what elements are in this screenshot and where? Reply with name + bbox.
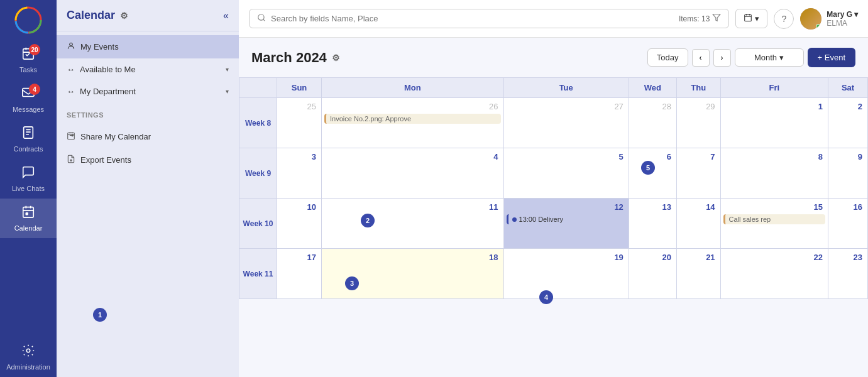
cal-cell-1-2[interactable]: 5 [503, 148, 629, 199]
tasks-icon-area: 20 [21, 46, 35, 63]
cal-cell-2-0[interactable]: 10 [277, 199, 322, 249]
cal-cell-3-3[interactable]: 20 [629, 249, 676, 299]
panel-collapse-button[interactable]: « [223, 10, 229, 21]
calendar-settings-icon[interactable]: ⚙ [332, 53, 340, 63]
available-to-me-label: Available to Me [80, 65, 136, 74]
day-number: 22 [723, 251, 825, 263]
day-number: 19 [507, 251, 626, 263]
share-calendar-icon [67, 131, 75, 142]
user-name: Mary G ▾ [827, 10, 858, 19]
view-select[interactable]: Month ▾ [735, 48, 804, 67]
sidebar-item-messages[interactable]: 4 Messages [0, 80, 57, 119]
sidebar-item-contracts[interactable]: Contracts [0, 119, 57, 159]
day-number: 12 [507, 201, 626, 213]
my-department-icon: ↔ [67, 87, 75, 96]
panel-menu-my-department[interactable]: ↔ My Department ▾ [57, 80, 239, 102]
cal-cell-0-0[interactable]: 25 [277, 98, 322, 148]
cal-cell-3-1[interactable]: 18 [322, 249, 504, 299]
filter-icon[interactable] [712, 13, 721, 24]
messages-badge: 4 [29, 84, 40, 95]
cal-cell-3-5[interactable]: 22 [720, 249, 828, 299]
calendar-grid: Sun Mon Tue Wed Thu Fri Sat Week 82526In… [239, 77, 868, 377]
sidebar-item-administration[interactable]: Administration [0, 337, 57, 377]
cal-cell-3-0[interactable]: 17 [277, 249, 322, 299]
cal-cell-2-1[interactable]: 11 [322, 199, 504, 249]
cal-cell-3-2[interactable]: 19 [503, 249, 629, 299]
add-event-button[interactable]: + Event [808, 48, 855, 67]
cal-cell-0-4[interactable]: 29 [676, 98, 720, 148]
panel-menu-section: My Events ↔ Available to Me ▾ ↔ My Depar… [57, 31, 239, 106]
cal-cell-2-5[interactable]: 15Call sales rep [720, 199, 828, 249]
day-number: 8 [723, 151, 825, 163]
cal-cell-0-6[interactable]: 2 [828, 98, 868, 148]
calendar-table: Sun Mon Tue Wed Thu Fri Sat Week 82526In… [239, 77, 868, 299]
search-box[interactable]: Items: 13 [249, 9, 729, 28]
cal-cell-0-1[interactable]: 26Invoice No.2.png: Approve [322, 98, 504, 148]
cal-cell-2-4[interactable]: 14 [676, 199, 720, 249]
day-number: 20 [632, 251, 674, 263]
cal-cell-1-1[interactable]: 4 [322, 148, 504, 199]
cal-cell-2-6[interactable]: 16 [828, 199, 868, 249]
user-info[interactable]: Mary G ▾ ELMA [800, 8, 858, 30]
cal-cell-3-4[interactable]: 21 [676, 249, 720, 299]
day-number: 4 [324, 151, 501, 163]
panel-menu-available-to-me[interactable]: ↔ Available to Me ▾ [57, 58, 239, 80]
day-header-fri: Fri [720, 78, 828, 98]
day-number: 3 [280, 151, 319, 163]
cal-cell-1-0[interactable]: 3 [277, 148, 322, 199]
cal-cell-0-5[interactable]: 1 [720, 98, 828, 148]
cal-cell-0-3[interactable]: 28 [629, 98, 676, 148]
day-number: 25 [280, 101, 319, 112]
annotation-4: 4 [539, 290, 553, 304]
online-status-dot [816, 24, 821, 29]
calendar-view-icon [744, 13, 752, 24]
cal-cell-2-3[interactable]: 13 [629, 199, 676, 249]
cal-cell-1-5[interactable]: 8 [720, 148, 828, 199]
event-block[interactable]: 13:00 Delivery [507, 214, 626, 224]
share-calendar-item[interactable]: Share My Calendar [57, 125, 239, 148]
prev-arrow-button[interactable]: ‹ [692, 49, 710, 67]
cal-cell-0-2[interactable]: 27 [503, 98, 629, 148]
day-number: 14 [679, 201, 718, 213]
topbar: Items: 13 ▾ ? Mary G ▾ ELM [239, 0, 868, 38]
calendar-title: March 2024 ⚙ [251, 50, 340, 66]
day-number: 7 [679, 151, 718, 163]
search-input[interactable] [271, 14, 674, 23]
event-block[interactable]: Invoice No.2.png: Approve [324, 114, 501, 124]
day-number: 23 [831, 251, 865, 263]
event-block[interactable]: Call sales rep [723, 214, 825, 224]
export-events-item[interactable]: Export Events [57, 148, 239, 172]
contracts-icon [21, 126, 35, 143]
sidebar-item-calendar[interactable]: Calendar [0, 199, 57, 238]
cal-cell-1-3[interactable]: 6 [629, 148, 676, 199]
view-select-label: Month [754, 53, 777, 62]
next-arrow-button[interactable]: › [713, 49, 731, 67]
settings-section-label: SETTINGS [57, 106, 239, 121]
day-number: 2 [831, 101, 865, 112]
day-header-wed: Wed [629, 78, 676, 98]
sidebar-item-tasks[interactable]: 20 Tasks [0, 40, 57, 80]
sidebar-item-live-chats[interactable]: Live Chats [0, 159, 57, 199]
items-count-text: Items: 13 [679, 14, 710, 23]
panel-menu-my-events[interactable]: My Events [57, 35, 239, 58]
cal-cell-1-6[interactable]: 9 [828, 148, 868, 199]
today-button[interactable]: Today [647, 48, 688, 67]
annotation-5: 5 [641, 161, 655, 175]
cal-cell-1-4[interactable]: 7 [676, 148, 720, 199]
day-number: 13 [632, 201, 674, 213]
week-column-header [239, 78, 277, 98]
cal-cell-3-6[interactable]: 23 [828, 249, 868, 299]
week-label-3: Week 11 [239, 249, 277, 299]
available-to-me-icon: ↔ [67, 65, 75, 74]
panel-gear-icon[interactable]: ⚙ [120, 11, 128, 21]
annotation-2: 2 [361, 214, 375, 227]
day-header-sat: Sat [828, 78, 868, 98]
share-calendar-label: Share My Calendar [80, 132, 151, 141]
cal-cell-2-2[interactable]: 12 13:00 Delivery [503, 199, 629, 249]
help-button[interactable]: ? [774, 9, 794, 29]
view-toggle-button[interactable]: ▾ [735, 9, 767, 28]
avatar [800, 8, 821, 30]
day-header-tue: Tue [503, 78, 629, 98]
week-label-0: Week 8 [239, 98, 277, 148]
svg-rect-8 [26, 213, 28, 215]
